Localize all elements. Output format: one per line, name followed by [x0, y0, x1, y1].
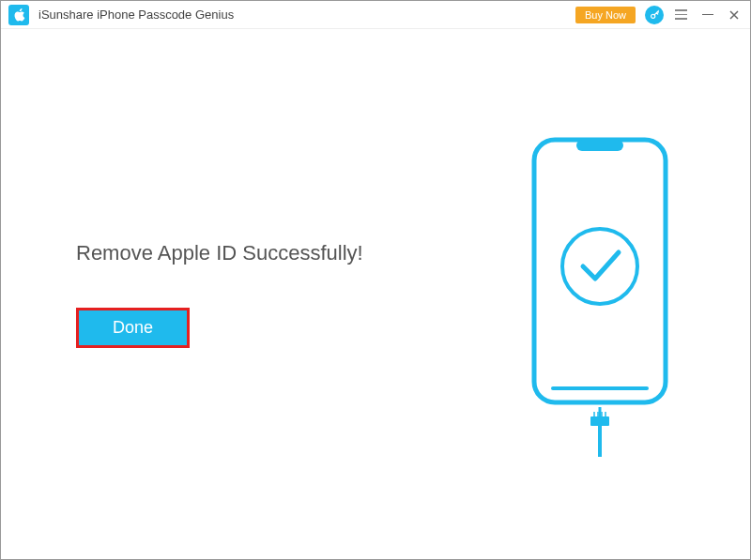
key-icon[interactable] [645, 6, 664, 24]
svg-rect-6 [590, 416, 609, 426]
svg-point-4 [562, 229, 637, 304]
close-icon[interactable] [726, 7, 743, 23]
right-panel [506, 130, 694, 459]
phone-success-illustration [525, 130, 675, 459]
app-logo-icon [8, 5, 29, 25]
titlebar: iSunshare iPhone Passcode Genius Buy Now [1, 1, 750, 29]
success-message: Remove Apple ID Successfully! [76, 241, 468, 265]
left-panel: Remove Apple ID Successfully! Done [76, 241, 506, 348]
buy-now-button[interactable]: Buy Now [575, 7, 636, 23]
titlebar-controls: Buy Now [575, 6, 743, 24]
main-content: Remove Apple ID Successfully! Done [1, 29, 750, 559]
app-window: iSunshare iPhone Passcode Genius Buy Now [0, 0, 751, 560]
svg-rect-2 [576, 140, 623, 151]
menu-icon[interactable] [673, 7, 690, 23]
done-button[interactable]: Done [79, 310, 187, 345]
done-highlight-border: Done [76, 308, 190, 348]
app-title: iSunshare iPhone Passcode Genius [38, 8, 575, 22]
minimize-icon[interactable] [699, 7, 716, 23]
